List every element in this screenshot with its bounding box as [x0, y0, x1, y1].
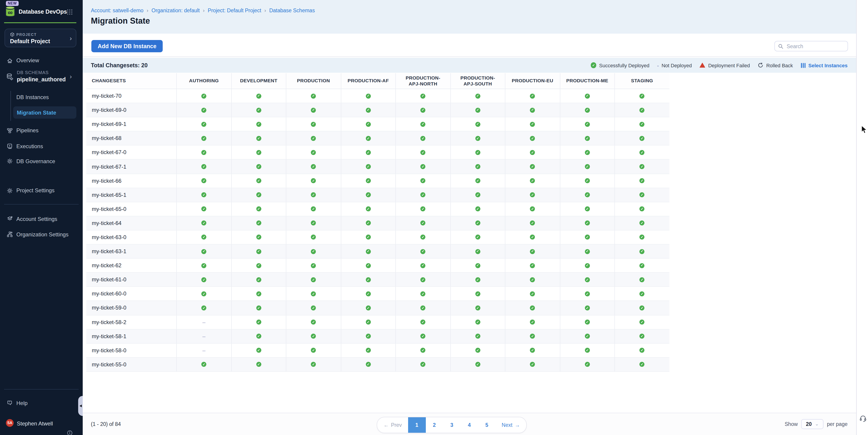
search-input[interactable] — [786, 43, 847, 49]
success-check-icon — [421, 291, 426, 297]
breadcrumb-link[interactable]: Project: Default Project — [208, 8, 261, 13]
add-db-instance-button[interactable]: Add New DB Instance — [91, 40, 163, 52]
success-check-icon — [421, 277, 426, 282]
app-title: Database DevOps — [19, 9, 67, 15]
status-cell — [341, 216, 395, 230]
status-cell — [176, 287, 231, 301]
success-check-icon — [366, 306, 371, 310]
sidebar-item-migration-state[interactable]: Migration State — [13, 106, 76, 119]
page-button[interactable]: 4 — [461, 417, 478, 433]
page-button[interactable]: 3 — [443, 417, 461, 433]
sidebar-divider — [4, 204, 79, 205]
changeset-name: my-ticket-69-0 — [86, 103, 176, 117]
success-check-icon — [256, 362, 261, 367]
success-check-icon — [311, 277, 316, 282]
sidebar-item-db-governance[interactable]: DB Governance — [0, 156, 83, 166]
success-check-icon — [366, 291, 371, 297]
sidebar-item-overview[interactable]: Overview — [0, 55, 83, 66]
sidebar-item-label: Migration State — [17, 109, 56, 116]
info-icon — [67, 429, 73, 435]
status-cell — [450, 287, 505, 301]
status-cell — [560, 343, 614, 357]
table-row: my-ticket-64 — [86, 216, 669, 230]
changeset-name: my-ticket-66 — [86, 174, 176, 187]
status-cell — [231, 273, 286, 286]
success-check-icon — [475, 93, 480, 98]
success-check-icon — [366, 122, 371, 127]
status-cell — [341, 202, 395, 216]
sidebar: NEW ∞ Database DevOps — [0, 0, 83, 435]
status-cell — [560, 160, 614, 174]
select-instances-button[interactable]: Select Instances — [801, 62, 847, 68]
status-cell — [231, 117, 286, 131]
status-cell — [231, 160, 286, 174]
page-size-select[interactable]: 20 ⌄ — [801, 419, 823, 429]
breadcrumb-link[interactable]: Account: satwell-demo — [91, 8, 144, 13]
breadcrumb-separator: › — [265, 8, 266, 13]
search-box[interactable] — [774, 41, 848, 51]
success-check-icon — [311, 192, 316, 197]
status-cell — [560, 245, 614, 258]
prev-page-button[interactable]: ←Prev — [377, 417, 408, 433]
success-check-icon — [530, 136, 535, 141]
changeset-name: my-ticket-62 — [86, 259, 176, 272]
legend-successfully-deployed: Successfully Deployed — [591, 62, 649, 68]
status-cell — [450, 301, 505, 315]
search-icon — [778, 43, 783, 49]
sidebar-collapse-handle[interactable] — [78, 396, 83, 416]
user-name[interactable]: Stephen Atwell — [17, 421, 53, 427]
sidebar-item-db-schemas[interactable]: DB SCHEMAS pipeline_authored › — [0, 69, 83, 86]
success-check-icon — [585, 291, 590, 297]
status-cell — [450, 259, 505, 272]
success-check-icon — [530, 263, 535, 268]
table-row: my-ticket-58-1– — [86, 329, 669, 343]
sidebar-item-executions[interactable]: Executions — [0, 141, 83, 152]
success-check-icon — [475, 263, 480, 268]
status-cell — [176, 245, 231, 258]
status-cell — [614, 358, 669, 371]
success-check-icon — [585, 221, 590, 226]
status-cell — [395, 315, 450, 329]
success-check-icon — [311, 221, 316, 226]
status-cell — [286, 132, 341, 145]
sidebar-item-pipelines[interactable]: Pipelines — [0, 125, 83, 136]
status-cell — [560, 132, 614, 145]
support-chat-icon[interactable] — [859, 414, 867, 423]
success-check-icon — [421, 207, 426, 212]
page-button[interactable]: 1 — [408, 417, 426, 433]
status-cell — [286, 343, 341, 357]
breadcrumb-link[interactable]: Organization: default — [152, 8, 200, 13]
status-cell — [505, 245, 560, 258]
success-check-icon — [530, 122, 535, 127]
success-check-icon — [640, 150, 645, 155]
success-check-icon — [202, 221, 207, 226]
page-button[interactable]: 2 — [426, 417, 443, 433]
sidebar-item-help[interactable]: ? Help — [0, 398, 83, 408]
success-check-icon — [640, 207, 645, 212]
status-cell — [176, 358, 231, 371]
status-cell — [341, 343, 395, 357]
status-cell — [560, 358, 614, 371]
legend-not-deployed: - Not Deployed — [657, 62, 692, 68]
user-avatar[interactable]: SA — [6, 419, 13, 427]
success-check-icon — [366, 93, 371, 98]
chevron-down-icon: ⌄ — [815, 423, 819, 426]
sidebar-item-account-settings[interactable]: Account Settings — [0, 213, 83, 224]
sidebar-item-project-settings[interactable]: Project Settings — [0, 185, 83, 196]
success-check-icon — [256, 291, 261, 297]
status-cell — [231, 301, 286, 315]
sidebar-item-db-instances[interactable]: DB Instances — [0, 92, 83, 103]
page-button[interactable]: 5 — [478, 417, 496, 433]
status-cell — [395, 188, 450, 201]
success-check-icon — [640, 306, 645, 310]
breadcrumb-link[interactable]: Database Schemas — [269, 8, 315, 13]
success-check-icon — [421, 319, 426, 324]
success-check-icon — [475, 235, 480, 240]
status-cell — [341, 273, 395, 286]
success-check-icon — [475, 122, 480, 127]
status-cell — [614, 343, 669, 357]
project-selector[interactable]: PROJECT Default Project › — [4, 29, 76, 47]
next-page-button[interactable]: Next→ — [496, 417, 526, 433]
apps-grid-icon[interactable] — [67, 9, 73, 14]
sidebar-item-organization-settings[interactable]: Organization Settings — [0, 229, 83, 240]
